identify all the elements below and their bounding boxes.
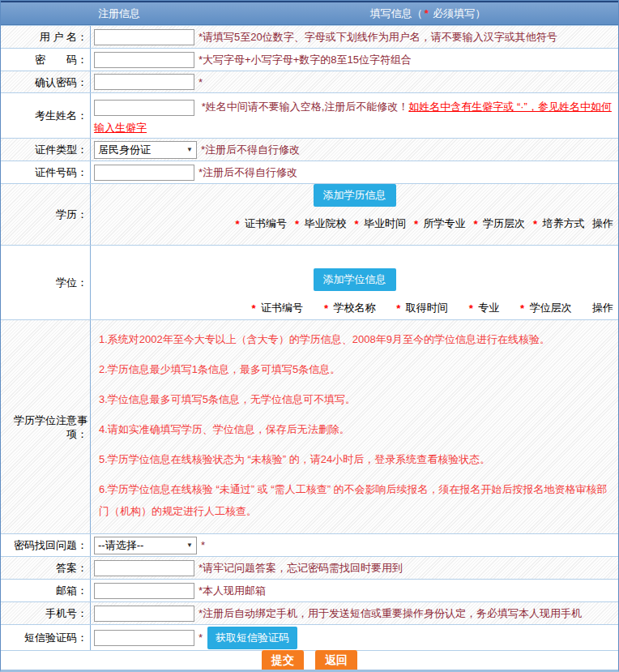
education-column-header: *毕业时间 [354,216,406,231]
row-degree: 学位： 添加学位信息 *证书编号*学校名称*取得时间*专业*学位层次操作 [1,245,618,319]
id-type-select[interactable]: 居民身份证 ▼ [94,141,197,159]
education-column-header: *学历层次 [473,216,525,231]
degree-column-header: *学位层次 [520,301,572,315]
note-item: 4.请如实准确填写学历、学位信息，保存后无法删除。 [99,418,610,440]
sms-code-input[interactable] [94,630,194,646]
column-label: 学校名称 [333,301,375,315]
required-star: * [396,302,400,315]
chevron-down-icon: ▼ [186,146,193,153]
degree-column-header: 操作 [592,301,613,315]
candidate-name-label: 考生姓名： [1,93,91,138]
required-star: * [468,302,472,315]
row-education-notes: 学历学位注意事项： 1.系统对2002年至今大专以上（含大专）的学历信息、200… [1,319,618,533]
candidate-name-input[interactable] [94,100,194,116]
id-number-input[interactable] [94,165,194,181]
password-label: 密 码： [1,49,91,71]
row-username: 用 户 名： *请填写5至20位数字、字母或下划线作为用户名，请不要输入汉字或其… [1,25,618,48]
education-label: 学历： [1,184,91,245]
required-star: * [414,218,418,230]
column-label: 操作 [592,301,613,315]
note-item: 6.学历学位信息在线核验 “未通过” 或 “需人工核查” 的不会影响后续报名，须… [99,478,610,522]
get-sms-code-button[interactable]: 获取短信验证码 [207,627,297,649]
column-label: 取得时间 [406,301,448,315]
column-label: 证书编号 [245,216,287,231]
id-number-label: 证件号码： [1,161,91,183]
required-star: * [251,302,255,315]
submit-button[interactable]: 提交 [262,650,304,671]
registration-form: 注册信息 填写信息（* 必须填写） 用 户 名： *请填写5至20位数字、字母或… [0,0,619,672]
answer-note: *请牢记问题答案，忘记密码需找回时要用到 [199,561,403,576]
degree-column-header: *取得时间 [396,301,448,315]
recovery-question-label: 密码找回问题： [1,534,91,556]
education-column-header: *培养方式 [533,216,585,231]
column-label: 专业 [478,301,499,315]
education-notes-list: 1.系统对2002年至今大专以上（含大专）的学历信息、2008年9月至今的学位信… [91,320,618,522]
required-star: * [473,218,477,230]
id-type-label: 证件类型： [1,139,91,161]
required-star: * [354,218,358,230]
add-education-button[interactable]: 添加学历信息 [314,184,396,207]
education-column-header: *毕业院校 [295,216,347,231]
required-star: * [425,7,429,19]
header-text-suffix: 必须填写） [430,7,486,19]
recovery-question-selected-value: --请选择-- [98,538,143,553]
back-button[interactable]: 返回 [315,650,357,671]
header-text: 填写信息（ [370,7,423,19]
row-email: 邮箱： *本人现用邮箱 [1,579,618,601]
username-input[interactable] [94,29,194,45]
degree-label: 学位： [1,246,91,319]
note-item: 3.学位信息最多可填写5条信息，无学位信息可不填写。 [99,388,610,410]
password-input[interactable] [94,52,194,68]
required-star: * [295,218,299,230]
header-title-right: 填写信息（* 必须填写） [237,6,618,21]
row-password: 密 码： *大写字母+小写字母+数字的8至15位字符组合 [1,48,618,71]
required-star: * [520,302,524,315]
confirm-password-note: * [199,76,203,88]
row-education: 学历： 添加学历信息 *证书编号*毕业院校*毕业时间*所学专业*学历层次*培养方… [1,183,618,245]
confirm-password-input[interactable] [94,74,194,90]
add-degree-button[interactable]: 添加学位信息 [314,268,396,291]
row-confirm-password: 确认密码： * [1,71,618,92]
sms-code-label: 短信验证码： [1,625,91,650]
form-header: 注册信息 填写信息（* 必须填写） [1,1,618,25]
education-table-header: *证书编号*毕业院校*毕业时间*所学专业*学历层次*培养方式操作 [235,216,613,231]
header-title-left: 注册信息 [1,6,237,21]
column-label: 所学专业 [424,216,466,231]
id-type-note: *注册后不得自行修改 [201,143,300,157]
degree-table-header: *证书编号*学校名称*取得时间*专业*学位层次操作 [251,301,613,315]
column-label: 学历层次 [483,216,525,231]
phone-label: 手机号： [1,602,91,624]
required-star: * [533,218,537,230]
required-star: * [235,218,239,230]
education-column-header: *证书编号 [235,216,287,231]
recovery-question-note: * [201,539,205,551]
education-column-header: *所学专业 [414,216,466,231]
sms-code-note: * [199,631,203,644]
row-recovery-question: 密码找回问题： --请选择-- ▼ * [1,533,618,556]
phone-input[interactable] [94,606,194,622]
answer-input[interactable] [94,560,194,576]
password-note: *大写字母+小写字母+数字的8至15位字符组合 [199,53,412,67]
note-item: 1.系统对2002年至今大专以上（含大专）的学历信息、2008年9月至今的学位信… [99,328,610,350]
row-phone: 手机号： *注册后自动绑定手机，用于发送短信或重要操作身份认定，务必填写本人现用… [1,601,618,624]
email-label: 邮箱： [1,580,91,601]
email-field[interactable] [94,583,194,599]
phone-note: *注册后自动绑定手机，用于发送短信或重要操作身份认定，务必填写本人现用手机 [199,606,582,621]
row-answer: 答案： *请牢记问题答案，忘记密码需找回时要用到 [1,556,618,579]
id-type-selected-value: 居民身份证 [98,143,151,157]
column-label: 证书编号 [261,301,303,315]
row-actions: 提交 返回 [1,650,618,670]
note-item: 5.学历学位信息在线核验状态为 “未核验” 的，请24小时后，登录系统查看核验状… [99,448,610,470]
row-candidate-name: 考生姓名： *姓名中间请不要输入空格,注册后不能修改！如姓名中含有生僻字或 “·… [1,92,618,138]
degree-column-header: *证书编号 [251,301,303,315]
candidate-name-note: *姓名中间请不要输入空格,注册后不能修改！ [202,101,409,113]
column-label: 毕业院校 [305,216,347,231]
row-id-number: 证件号码： *注册后不得自行修改 [1,161,618,183]
email-note: *本人现用邮箱 [199,584,266,598]
username-note: *请填写5至20位数字、字母或下划线作为用户名，请不要输入汉字或其他符号 [199,30,557,45]
education-column-header: 操作 [592,216,613,231]
chevron-down-icon: ▼ [186,541,193,549]
row-id-type: 证件类型： 居民身份证 ▼ *注册后不得自行修改 [1,138,618,161]
column-label: 学位层次 [530,301,572,315]
recovery-question-select[interactable]: --请选择-- ▼ [94,537,197,554]
